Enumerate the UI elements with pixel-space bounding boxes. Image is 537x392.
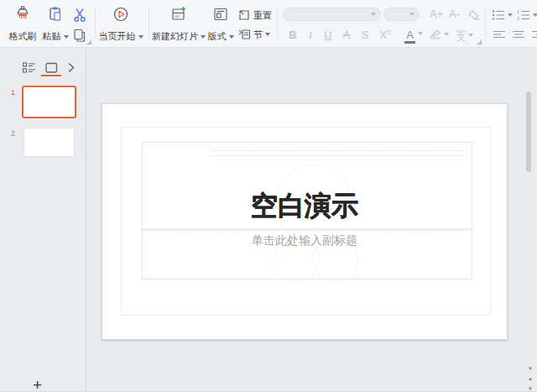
layout-label: 版式 — [208, 30, 234, 43]
font-dialog-launcher-icon[interactable] — [476, 39, 482, 44]
section-caret-icon — [265, 33, 270, 36]
eraser-icon — [467, 8, 482, 22]
text-shadow-icon: S — [362, 29, 369, 41]
cut-button[interactable] — [72, 8, 87, 23]
format-painter-label: 格式刷 — [9, 30, 37, 43]
slide-title-text[interactable]: 空白演示 — [102, 188, 507, 225]
previous-slide-button[interactable]: ▲ — [525, 375, 535, 382]
highlight-icon — [430, 29, 441, 37]
phonetic-icon: 文 — [456, 32, 466, 42]
outline-view-tab[interactable] — [23, 62, 35, 74]
layout-icon — [212, 6, 229, 23]
numbered-list-icon: 1 2 — [517, 9, 530, 21]
strikethrough-button[interactable]: A — [339, 29, 354, 41]
layout-button[interactable]: 版式 — [206, 6, 235, 43]
reset-label: 重置 — [253, 9, 272, 22]
slide-view-icon — [45, 62, 58, 74]
underline-icon: U — [324, 29, 331, 41]
play-icon — [112, 6, 129, 23]
cut-icon — [72, 8, 87, 23]
decrease-font-button[interactable]: A- — [449, 8, 460, 20]
inner-guide-line — [211, 150, 467, 151]
editing-canvas: 空白演示 单击此处输入副标题 ▼ ▲ ▼ — [87, 48, 537, 392]
reset-icon — [237, 8, 251, 22]
align-center-icon — [513, 30, 524, 40]
align-right-button[interactable] — [532, 30, 537, 40]
underline-button[interactable]: U — [321, 29, 336, 41]
inner-guide-line — [211, 155, 467, 156]
play-caret-icon — [138, 35, 143, 39]
bullet-list-button[interactable] — [492, 9, 513, 21]
italic-icon: I — [309, 29, 312, 41]
panel-tabs — [0, 61, 86, 80]
align-left-button[interactable] — [493, 30, 505, 40]
slide-panel: 1 2 + — [0, 48, 86, 392]
toolbar-separator — [277, 8, 278, 39]
new-slide-button[interactable]: 新建幻灯片 — [152, 6, 206, 43]
ribbon-toolbar: 格式刷 粘贴 — [0, 0, 537, 48]
add-slide-button[interactable]: + — [33, 377, 42, 392]
layout-caret-icon — [229, 35, 234, 39]
format-painter-button[interactable]: 格式刷 — [7, 6, 39, 43]
font-size-caret-icon — [409, 13, 414, 16]
scroll-up-button[interactable]: ▼ — [525, 365, 535, 372]
increase-font-button[interactable]: A+ — [430, 8, 443, 20]
format-painter-icon — [14, 6, 31, 23]
paste-label: 粘贴 — [43, 30, 69, 43]
slide-2-number: 2 — [11, 129, 15, 138]
slide-editing-area[interactable]: 空白演示 单击此处输入副标题 — [102, 103, 508, 340]
font-color-icon: A — [406, 29, 414, 41]
slide-2-thumbnail[interactable] — [23, 128, 75, 157]
paste-button[interactable]: 粘贴 — [40, 6, 70, 43]
play-from-current-button[interactable]: 当页开始 — [98, 6, 143, 43]
slide-view-tab-underline — [41, 75, 61, 76]
bullet-list-caret-icon — [508, 13, 513, 17]
panel-expand-chevron[interactable] — [67, 62, 75, 73]
superscript-icon: X — [379, 29, 387, 41]
new-slide-icon — [170, 6, 187, 23]
clear-format-button[interactable] — [467, 8, 482, 22]
increase-font-icon: A+ — [430, 8, 443, 20]
toolbar-separator — [485, 8, 486, 39]
slide-1-number: 1 — [11, 88, 15, 97]
chevron-right-icon — [67, 62, 75, 73]
font-name-combobox[interactable] — [283, 8, 381, 21]
slide-subtitle-text[interactable]: 单击此处输入副标题 — [102, 233, 507, 248]
svg-text:2: 2 — [517, 16, 519, 21]
numbered-list-caret-icon — [533, 13, 537, 17]
bold-icon: B — [289, 29, 296, 41]
numbered-list-button[interactable]: 1 2 — [517, 9, 537, 21]
toolbar-separator — [149, 8, 149, 39]
play-from-current-label: 当页开始 — [99, 30, 143, 43]
section-button[interactable]: 节 — [237, 28, 270, 41]
align-left-icon — [493, 30, 505, 40]
slide-1-thumbnail[interactable] — [22, 86, 76, 118]
font-name-caret-icon — [371, 13, 376, 16]
paste-caret-icon — [64, 35, 69, 39]
paste-icon — [47, 6, 64, 23]
decrease-font-icon: A- — [449, 8, 460, 20]
highlight-color-button[interactable] — [426, 29, 451, 42]
section-label: 节 — [253, 29, 270, 41]
vertical-scrollbar-thumb[interactable] — [526, 91, 531, 172]
outline-view-icon — [23, 62, 35, 74]
align-right-icon — [532, 30, 537, 40]
svg-text:1: 1 — [517, 9, 519, 14]
new-slide-caret-icon — [201, 35, 206, 39]
reset-button[interactable]: 重置 — [237, 8, 272, 22]
text-shadow-button[interactable]: S — [357, 29, 373, 41]
bullet-list-icon — [492, 9, 505, 21]
slide-view-tab[interactable] — [45, 62, 58, 74]
superscript-exp: 2 — [387, 29, 390, 36]
new-slide-label: 新建幻灯片 — [152, 30, 206, 43]
bold-button[interactable]: B — [285, 29, 300, 41]
strikethrough-icon: A — [343, 29, 351, 41]
clipboard-dialog-launcher-icon[interactable] — [86, 39, 91, 44]
font-size-combobox[interactable] — [383, 8, 420, 21]
phonetic-guide-button[interactable]: wén 文 — [453, 29, 477, 42]
align-center-button[interactable] — [513, 30, 524, 40]
italic-button[interactable]: I — [303, 29, 318, 42]
section-icon — [237, 28, 251, 41]
toolbar-separator — [95, 8, 96, 39]
font-color-button[interactable]: A — [401, 29, 426, 44]
